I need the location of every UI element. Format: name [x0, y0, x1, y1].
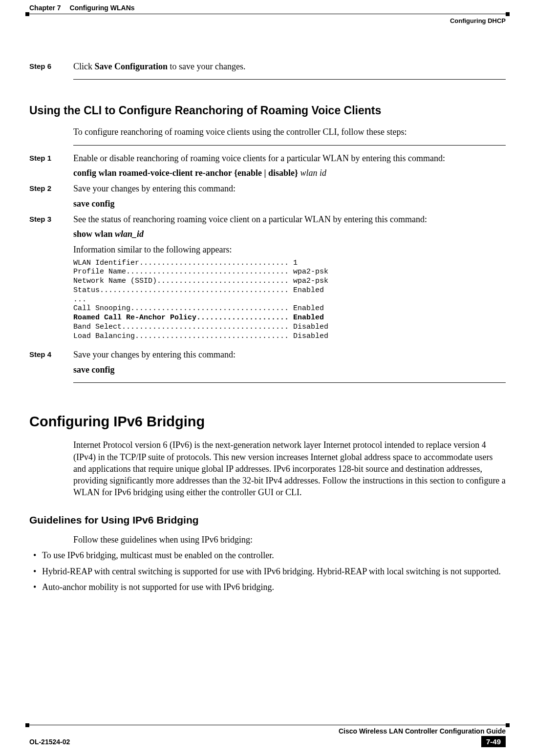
- separator-rule: [73, 79, 506, 80]
- step-3: Step 3 See the status of reanchoring roa…: [29, 213, 506, 345]
- ipv6-para: Internet Protocol version 6 (IPv6) is th…: [73, 439, 506, 498]
- ipv6-guidelines-title: Guidelines for Using IPv6 Bridging: [29, 513, 506, 527]
- step-1: Step 1 Enable or disable reanchoring of …: [29, 152, 506, 179]
- step3-cmd-arg: wlan_id: [115, 229, 144, 239]
- list-item: Hybrid-REAP with central switching is su…: [29, 566, 506, 577]
- step4-text: Save your changes by entering this comma…: [73, 349, 506, 360]
- step2-text: Save your changes by entering this comma…: [73, 183, 506, 194]
- cli-section-title: Using the CLI to Configure Reanchoring o…: [29, 103, 506, 118]
- list-item: Auto-anchor mobility is not supported fo…: [29, 581, 506, 593]
- footer-guide-title: Cisco Wireless LAN Controller Configurat…: [29, 727, 506, 735]
- step3-text: See the status of reanchoring roaming vo…: [73, 213, 506, 225]
- footer-page-num: 7-49: [481, 736, 506, 747]
- separator-rule: [73, 145, 506, 146]
- step-4: Step 4 Save your changes by entering thi…: [29, 349, 506, 376]
- page-header: Chapter 7 Configuring WLANs: [29, 0, 506, 12]
- step2-cmd: save config: [73, 199, 115, 209]
- ipv6-bullet-list: To use IPv6 bridging, multicast must be …: [29, 549, 506, 593]
- step1-text: Enable or disable reanchoring of roaming…: [73, 152, 506, 164]
- header-rule: [29, 14, 506, 14]
- chapter-title: Configuring WLANs: [70, 4, 135, 12]
- step1-cmd: config wlan roamed-voice-client re-ancho…: [73, 168, 300, 178]
- step-label: Step 3: [29, 213, 73, 345]
- step6-post: to save your changes.: [168, 62, 245, 71]
- separator-rule: [73, 382, 506, 383]
- cli-intro: To configure reanchoring of roaming voic…: [73, 126, 506, 138]
- step6-pre: Click: [73, 62, 95, 71]
- step-label: Step 2: [29, 183, 73, 210]
- step-6: Step 6 Click Save Configuration to save …: [29, 61, 506, 72]
- step1-cmd-arg: wlan id: [300, 168, 327, 178]
- ipv6-title: Configuring IPv6 Bridging: [29, 412, 506, 431]
- step3-cmd: show wlan: [73, 229, 115, 239]
- step-label: Step 4: [29, 349, 73, 376]
- step3-info-leadin: Information similar to the following app…: [73, 244, 506, 255]
- page-footer: Cisco Wireless LAN Controller Configurat…: [29, 725, 506, 747]
- ipv6-guidelines-intro: Follow these guidelines when using IPv6 …: [73, 534, 506, 546]
- step-label: Step 6: [29, 61, 73, 72]
- step4-cmd: save config: [73, 365, 115, 375]
- step-2: Step 2 Save your changes by entering thi…: [29, 183, 506, 210]
- cli-output: WLAN Identifier.........................…: [73, 259, 506, 341]
- footer-doc-id: OL-21524-02: [29, 738, 70, 746]
- step6-bold: Save Configuration: [95, 62, 168, 71]
- header-section-right: Configuring DHCP: [450, 17, 506, 24]
- chapter-label: Chapter 7: [29, 4, 61, 12]
- list-item: To use IPv6 bridging, multicast must be …: [29, 549, 506, 561]
- step-label: Step 1: [29, 152, 73, 179]
